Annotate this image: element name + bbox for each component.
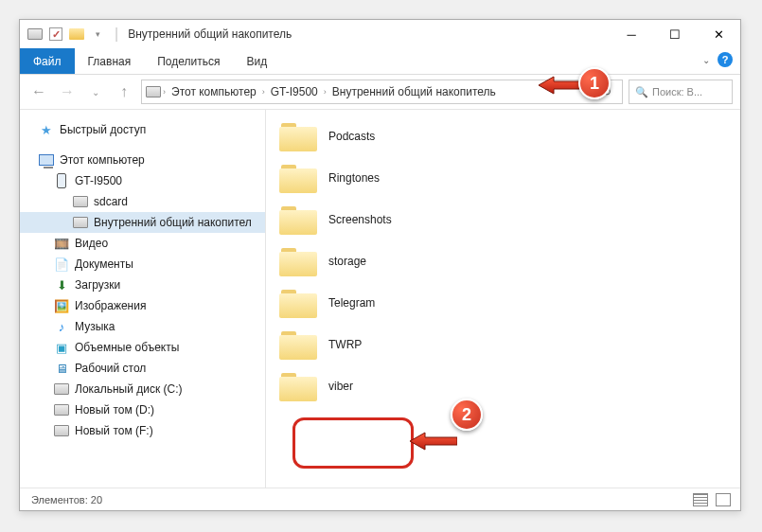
drive-icon: [27, 27, 43, 42]
sidebar-downloads[interactable]: ⬇ Загрузки: [20, 275, 265, 295]
sidebar-desktop[interactable]: 🖥 Рабочий стол: [20, 358, 265, 379]
drive-icon: [54, 423, 69, 438]
search-icon: 🔍: [635, 86, 648, 98]
folder-icon: [279, 121, 317, 151]
sidebar-documents[interactable]: 📄 Документы: [20, 254, 265, 275]
folder-item[interactable]: Podcasts: [266, 115, 740, 157]
drive-icon: [54, 381, 69, 397]
computer-icon: [39, 152, 54, 168]
sidebar-internal-storage[interactable]: Внутренний общий накопител: [20, 212, 265, 233]
folder-item[interactable]: TWRP: [266, 324, 740, 365]
sidebar-videos[interactable]: 🎞️ Видео: [20, 233, 265, 254]
titlebar-separator: |: [115, 26, 118, 43]
folder-icon: [279, 204, 317, 235]
drive-icon: [73, 194, 88, 209]
view-switcher: [693, 493, 731, 506]
folder-icon: [279, 288, 317, 318]
status-bar: Элементов: 20: [20, 488, 740, 510]
sidebar-label: Новый том (D:): [75, 403, 154, 417]
sidebar-this-pc[interactable]: Этот компьютер: [20, 150, 265, 170]
tab-share[interactable]: Поделиться: [144, 48, 233, 74]
details-view-icon[interactable]: [693, 493, 708, 506]
window-title: Внутренний общий накопитель: [128, 27, 292, 41]
folder-content[interactable]: Podcasts Ringtones Screenshots storage T…: [266, 110, 740, 488]
close-button[interactable]: ✕: [697, 20, 740, 48]
folder-icon: [279, 163, 317, 193]
sidebar-sdcard[interactable]: sdcard: [20, 191, 265, 212]
folder-item[interactable]: Screenshots: [266, 199, 740, 240]
sidebar-new-volume-f[interactable]: Новый том (F:): [20, 420, 265, 441]
sidebar-pictures[interactable]: 🖼️ Изображения: [20, 295, 265, 316]
folder-name: Podcasts: [328, 130, 375, 143]
thumbnails-view-icon[interactable]: [716, 493, 731, 506]
ribbon-expand-icon[interactable]: ⌄: [702, 55, 710, 65]
desktop-icon: 🖥: [54, 361, 69, 376]
folder-name: Ringtones: [328, 171, 380, 185]
chevron-right-icon[interactable]: ›: [163, 87, 166, 97]
sidebar-label: Внутренний общий накопител: [94, 216, 252, 229]
sidebar-label: Загрузки: [75, 278, 120, 292]
sidebar-label: Этот компьютер: [60, 153, 145, 167]
sidebar-local-disk-c[interactable]: Локальный диск (C:): [20, 379, 265, 399]
tab-view[interactable]: Вид: [233, 48, 280, 74]
back-button[interactable]: ←: [27, 80, 50, 103]
explorer-window: ▾ | Внутренний общий накопитель ─ ☐ ✕ Фа…: [19, 19, 741, 511]
sidebar-device[interactable]: GT-I9500: [20, 170, 265, 191]
folder-name: storage: [328, 255, 366, 268]
star-icon: ★: [39, 122, 54, 137]
breadcrumb-storage[interactable]: Внутренний общий накопитель: [328, 85, 500, 98]
help-icon[interactable]: ?: [718, 52, 733, 67]
folder-name: viber: [328, 380, 353, 393]
drive-icon: [73, 215, 88, 230]
qat-dropdown-icon[interactable]: ▾: [90, 27, 105, 42]
downloads-icon: ⬇: [54, 277, 69, 293]
documents-icon: 📄: [54, 257, 69, 272]
folder-item[interactable]: Ringtones: [266, 157, 740, 199]
sidebar-quick-access[interactable]: ★ Быстрый доступ: [20, 119, 265, 140]
sidebar-label: Рабочий стол: [75, 362, 146, 375]
sidebar-label: Быстрый доступ: [60, 123, 146, 136]
sidebar-new-volume-d[interactable]: Новый том (D:): [20, 399, 265, 420]
drive-icon: [54, 402, 69, 417]
tab-file[interactable]: Файл: [20, 48, 75, 74]
status-items-count: 20: [91, 494, 102, 505]
chevron-right-icon[interactable]: ›: [324, 87, 327, 97]
maximize-button[interactable]: ☐: [653, 20, 697, 48]
ribbon-right-controls: ⌄ ?: [702, 52, 733, 67]
cube-icon: ▣: [54, 340, 69, 355]
breadcrumb-device[interactable]: GT-I9500: [267, 85, 322, 98]
folder-icon: [279, 329, 317, 360]
sidebar-label: Локальный диск (C:): [75, 382, 183, 396]
search-input[interactable]: 🔍 Поиск: В...: [629, 80, 733, 104]
tab-home[interactable]: Главная: [75, 48, 145, 74]
recent-dropdown-icon[interactable]: ⌄: [84, 80, 107, 103]
sidebar-label: Изображения: [75, 299, 146, 312]
folder-name: TWRP: [328, 338, 362, 351]
phone-icon: [54, 173, 69, 188]
drive-icon: [146, 84, 161, 99]
minimize-button[interactable]: ─: [610, 20, 653, 48]
sidebar-3d-objects[interactable]: ▣ Объемные объекты: [20, 337, 265, 358]
body: ★ Быстрый доступ Этот компьютер GT-I9500…: [20, 109, 740, 488]
sidebar-label: Объемные объекты: [75, 341, 179, 354]
sidebar-label: Музыка: [75, 320, 115, 333]
svg-marker-1: [410, 433, 457, 450]
annotation-badge-2: 2: [451, 399, 483, 431]
chevron-right-icon[interactable]: ›: [262, 87, 265, 97]
folder-icon: [69, 27, 84, 42]
folder-item[interactable]: storage: [266, 240, 740, 282]
annotation-badge-1: 1: [578, 67, 611, 99]
quick-access-toolbar: ▾ | Внутренний общий накопитель: [27, 26, 292, 43]
folder-item-viber[interactable]: viber: [266, 365, 740, 407]
videos-icon: 🎞️: [54, 236, 69, 251]
breadcrumb-pc[interactable]: Этот компьютер: [168, 85, 260, 98]
annotation-arrow-2: [410, 431, 457, 452]
window-controls: ─ ☐ ✕: [610, 20, 740, 48]
forward-button[interactable]: →: [56, 80, 79, 103]
properties-checkbox-icon[interactable]: [48, 27, 63, 42]
sidebar-music[interactable]: ♪ Музыка: [20, 316, 265, 337]
sidebar-label: sdcard: [94, 195, 128, 208]
up-button[interactable]: ↑: [113, 80, 135, 103]
folder-item[interactable]: Telegram: [266, 282, 740, 324]
folder-icon: [279, 246, 317, 276]
